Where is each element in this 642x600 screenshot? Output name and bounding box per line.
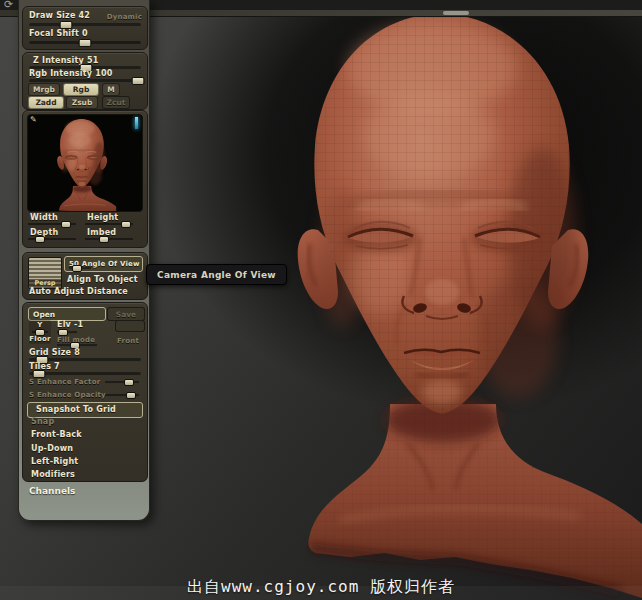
channels-subpalette[interactable]: Channels (29, 486, 75, 496)
snap-button[interactable]: Snap (31, 417, 54, 427)
width-label: Width (30, 213, 58, 223)
fill-mode-slider[interactable] (57, 344, 97, 347)
sculpt-head-model[interactable] (280, 8, 642, 600)
floor-button[interactable]: Floor (29, 334, 51, 344)
pencil-icon[interactable]: ✎ (30, 115, 37, 124)
enhance-opacity-slider[interactable] (105, 394, 139, 397)
draw-size-label: Draw Size 42 (29, 11, 90, 21)
draw-size-slider[interactable] (29, 23, 141, 27)
rgb-intensity-handle[interactable] (131, 77, 144, 85)
imbed-slider[interactable] (85, 238, 133, 241)
height-label: Height (87, 213, 118, 223)
draw-size-group: Draw Size 42 Dynamic Focal Shift 0 (22, 6, 148, 50)
width-slider[interactable] (28, 223, 76, 226)
angle-of-view-handle[interactable] (72, 265, 82, 272)
zsub-button[interactable]: Zsub (66, 96, 98, 109)
save-button[interactable]: Save (107, 307, 145, 321)
height-handle[interactable] (121, 221, 131, 228)
enhance-factor-slider[interactable] (105, 381, 139, 384)
open-button[interactable]: Open (28, 307, 106, 321)
draw-size-handle[interactable] (59, 21, 72, 29)
tiles-slider[interactable] (29, 372, 141, 376)
preview-group: ✎ Width Height Depth Imbed (22, 110, 148, 248)
zadd-button[interactable]: Zadd (28, 96, 64, 109)
enhance-opacity-label[interactable]: S Enhance Opacity (29, 390, 106, 400)
divider-handle[interactable] (443, 11, 469, 15)
auto-adjust-distance-button[interactable]: Auto Adjust Distance (29, 287, 128, 297)
zbrush-window: 出自www.cgjoy.com 版权归作者 ⟳ Camera Angle Of … (0, 0, 642, 600)
snapshot-to-grid-label: Snapshot To Grid (32, 405, 116, 415)
left-right-button[interactable]: Left-Right (31, 457, 78, 467)
dynamic-label[interactable]: Dynamic (107, 12, 142, 22)
watermark-text: 出自www.cgjoy.com 版权归作者 (187, 577, 455, 598)
height-slider[interactable] (85, 223, 133, 226)
depth-handle[interactable] (35, 236, 45, 243)
preview-head-render (28, 115, 142, 211)
persp-button[interactable]: Persp (28, 257, 62, 289)
tooltip: Camera Angle Of View (146, 264, 287, 285)
up-down-button[interactable]: Up-Down (31, 444, 73, 454)
draw-palette-tray: Draw Size 42 Dynamic Focal Shift 0 Z Int… (18, 0, 150, 521)
align-to-object-button[interactable]: Align To Object (67, 275, 138, 285)
focal-shift-slider[interactable] (29, 41, 141, 45)
imbed-handle[interactable] (99, 236, 109, 243)
depth-slider[interactable] (28, 238, 76, 241)
width-handle[interactable] (61, 221, 71, 228)
floor-axis-widget[interactable]: Y Floor (29, 320, 51, 344)
camera-group: Persp 50 Angle Of View Align To Object A… (22, 252, 148, 300)
preview-marker-icon[interactable] (135, 117, 138, 129)
focal-shift-handle[interactable] (79, 39, 92, 47)
front-back-button[interactable]: Front-Back (31, 430, 82, 440)
grid-dim-button[interactable] (115, 320, 145, 332)
enhance-factor-label[interactable]: S Enhance Factor (29, 377, 100, 387)
grid-group: Open Save Y Floor Elv -1 Fill mode Front… (22, 302, 148, 482)
snapshot-to-grid-button[interactable]: Snapshot To Grid (27, 402, 143, 418)
enhance-factor-handle[interactable] (124, 379, 134, 386)
rgb-intensity-label: Rgb Intensity 100 (29, 69, 112, 79)
front-button[interactable]: Front (117, 336, 139, 346)
mrgb-button[interactable]: Mrgb (28, 83, 60, 96)
enhance-opacity-handle[interactable] (126, 392, 136, 399)
focal-shift-label: Focal Shift 0 (29, 29, 88, 39)
modifiers-button[interactable]: Modifiers (31, 470, 75, 480)
model-preview-thumbnail[interactable]: ✎ (27, 114, 143, 212)
angle-of-view-slider[interactable]: 50 Angle Of View (64, 256, 143, 272)
intensity-group: Z Intensity 51 Rgb Intensity 100 Mrgb Rg… (22, 52, 148, 110)
elv-slider[interactable] (57, 331, 77, 334)
zcut-button[interactable]: Zcut (102, 96, 130, 109)
rgb-button[interactable]: Rgb (63, 83, 99, 96)
angle-of-view-track[interactable] (69, 267, 91, 270)
m-button[interactable]: M (102, 83, 120, 96)
